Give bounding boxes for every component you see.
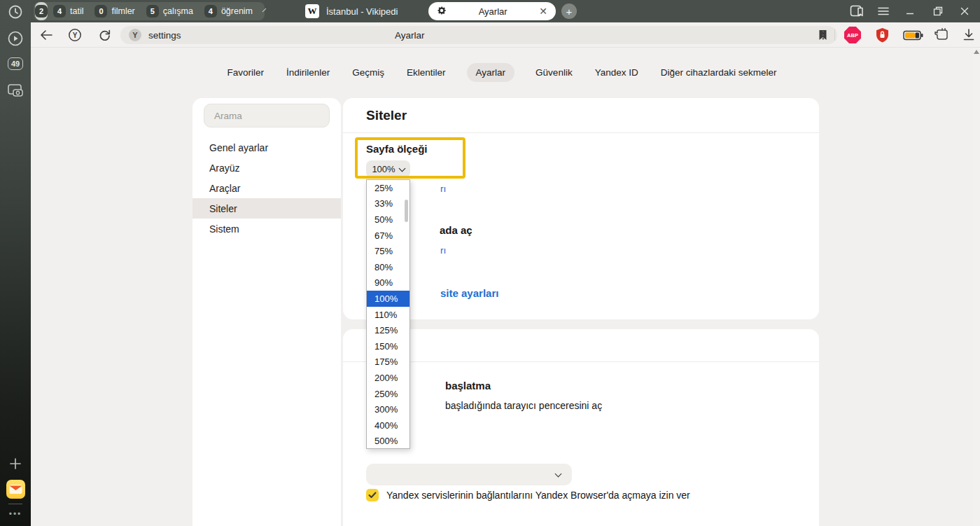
scroll-up-arrow-icon[interactable] — [974, 50, 979, 54]
svg-text:Y: Y — [73, 32, 78, 39]
group-count: 0 — [94, 5, 107, 18]
zoom-option-110[interactable]: 110% — [367, 307, 410, 323]
settings-page: Favoriler İndirilenler Geçmiş Eklentiler… — [31, 48, 980, 526]
more-options-dots-icon[interactable]: ••• — [0, 507, 31, 521]
startup-option-text[interactable]: başladığında tarayıcı penceresini aç — [445, 400, 602, 411]
battery-saver-icon[interactable] — [900, 22, 925, 48]
tab-group-calisma[interactable]: 5 çalışma — [141, 5, 199, 18]
nav-tab-guvenlik[interactable]: Güvenlik — [534, 63, 574, 82]
zoom-option-25[interactable]: 25% — [367, 180, 410, 196]
video-play-icon[interactable] — [0, 29, 31, 48]
wikipedia-tab-title: İstanbul - Vikipedi — [326, 6, 398, 17]
settings-page-favicon: Y — [129, 29, 141, 41]
zoom-option-67[interactable]: 67% — [367, 228, 410, 244]
menu-item-genel-ayarlar[interactable]: Genel ayarlar — [192, 137, 341, 158]
downloads-icon[interactable] — [959, 22, 979, 48]
zoom-option-200[interactable]: 200% — [367, 370, 410, 386]
protect-shield-icon[interactable] — [872, 22, 892, 48]
zoom-option-80[interactable]: 80% — [367, 259, 410, 275]
settings-search-input[interactable]: Arama — [204, 104, 330, 127]
tab-settings-active[interactable]: Ayarlar ✕ — [428, 2, 556, 20]
tab-close-icon[interactable]: ✕ — [539, 6, 556, 17]
menu-item-sistem[interactable]: Sistem — [192, 219, 341, 239]
zoom-option-175[interactable]: 175% — [367, 354, 410, 371]
site-settings-link-fragment[interactable]: site ayarları — [440, 287, 498, 299]
zoom-option-75[interactable]: 75% — [367, 243, 410, 259]
card-divider — [343, 132, 819, 133]
chevron-down-icon — [398, 165, 405, 172]
yandex-mail-icon[interactable] — [0, 479, 31, 499]
zoom-option-300[interactable]: 300% — [367, 401, 410, 417]
url-pill[interactable]: Y settings Ayarlar — [120, 26, 837, 44]
left-sidebar: 49 ••• — [0, 0, 31, 526]
screenshot-icon[interactable] — [0, 81, 31, 100]
nav-tab-gecmis[interactable]: Geçmiş — [351, 63, 386, 82]
zoom-option-500[interactable]: 500% — [367, 434, 410, 450]
page-scale-dropdown-button[interactable]: 100% — [366, 160, 410, 178]
nav-tab-eklentiler[interactable]: Eklentiler — [405, 63, 447, 82]
zoom-option-100-selected[interactable]: 100% — [367, 291, 410, 307]
group-label: çalışma — [163, 6, 193, 16]
group-label: tatil — [70, 6, 83, 16]
tab-group-filmler[interactable]: 0 filmler — [89, 5, 140, 18]
hidden-link-fragment-1[interactable]: rı — [440, 184, 446, 194]
browser-sections-nav: Favoriler İndirilenler Geçmiş Eklentiler… — [31, 63, 973, 82]
tab-groups-strip: 2 4 tatil 0 filmler 5 çalışma 4 öğrenim — [34, 2, 265, 20]
zoom-option-400[interactable]: 400% — [367, 417, 410, 434]
add-panel-plus-icon[interactable] — [0, 455, 31, 472]
nav-tab-yandex-id[interactable]: Yandex ID — [594, 63, 640, 82]
zoom-option-125[interactable]: 125% — [367, 322, 410, 338]
tab-wikipedia[interactable]: W İstanbul - Vikipedi — [276, 0, 398, 22]
back-arrow-icon[interactable] — [36, 22, 56, 48]
minimize-button[interactable] — [899, 0, 921, 22]
card-title-siteler: Siteler — [366, 108, 407, 123]
nav-tab-indirilenler[interactable]: İndirilenler — [285, 63, 331, 82]
close-button[interactable] — [953, 0, 976, 22]
page-scrollbar[interactable] — [973, 48, 980, 526]
zoom-option-90[interactable]: 90% — [367, 275, 410, 291]
nav-tab-ayarlar[interactable]: Ayarlar — [467, 63, 515, 82]
new-tab-button[interactable]: + — [561, 4, 577, 19]
menu-item-arayuz[interactable]: Arayüz — [192, 158, 341, 178]
menu-hamburger-icon[interactable] — [872, 0, 895, 22]
refresh-icon[interactable] — [95, 22, 113, 48]
search-placeholder: Arama — [214, 111, 242, 121]
titlebar: 2 4 tatil 0 filmler 5 çalışma 4 öğrenim — [31, 0, 980, 22]
tab-group-tatil[interactable]: 4 tatil — [48, 5, 89, 18]
siteler-card: Siteler Sayfa ölçeği 100% rı ada aç rı s… — [343, 98, 819, 319]
url-text[interactable]: settings — [148, 26, 181, 44]
zoom-option-50[interactable]: 50% — [367, 212, 410, 228]
menu-item-araclar[interactable]: Araçlar — [192, 178, 341, 198]
dropdown-scrollbar-thumb[interactable] — [405, 200, 408, 222]
card-divider — [343, 361, 819, 362]
yandex-home-icon[interactable]: Y — [66, 22, 84, 48]
tab-group-ogrenim[interactable]: 4 öğrenim — [199, 5, 258, 18]
side-panel-icon[interactable] — [846, 0, 868, 22]
tab-group-active[interactable]: 2 — [35, 2, 48, 20]
nav-tab-favoriler[interactable]: Favoriler — [225, 63, 265, 82]
hidden-link-fragment-2[interactable]: rı — [440, 245, 446, 256]
startup-mode-select[interactable] — [366, 464, 572, 485]
group-label: filmler — [111, 6, 134, 16]
allow-yandex-links-row[interactable]: Yandex servislerinin bağlantılarını Yand… — [366, 489, 800, 501]
chevron-down-icon — [555, 471, 562, 478]
zoom-option-250[interactable]: 250% — [367, 386, 410, 402]
nav-tab-diger-cihazlar[interactable]: Diğer cihazlardaki sekmeler — [659, 63, 778, 82]
zoom-option-150[interactable]: 150% — [367, 338, 410, 354]
allow-yandex-links-label: Yandex servislerinin bağlantılarını Yand… — [386, 490, 690, 501]
extension-icon[interactable] — [931, 22, 952, 48]
zoom-option-33[interactable]: 33% — [367, 196, 410, 212]
kebab-menu-icon[interactable]: ⋮ — [816, 22, 830, 48]
group-label: öğrenim — [221, 6, 253, 16]
history-clock-icon[interactable] — [0, 2, 31, 22]
menu-item-siteler[interactable]: Siteler — [192, 198, 341, 219]
groups-chevron-down-icon[interactable] — [262, 8, 267, 13]
checkbox-checked-icon[interactable] — [366, 489, 379, 501]
toolbar-separator — [834, 29, 835, 41]
restore-button[interactable] — [927, 0, 949, 22]
tabs-counter-badge[interactable]: 49 — [0, 55, 31, 72]
abp-label: ABP — [847, 32, 858, 39]
address-bar: Y Y settings Ayarlar ⋮ ABP — [31, 22, 980, 48]
adblock-abp-icon[interactable]: ABP — [843, 22, 862, 48]
group-count: 4 — [53, 5, 66, 18]
